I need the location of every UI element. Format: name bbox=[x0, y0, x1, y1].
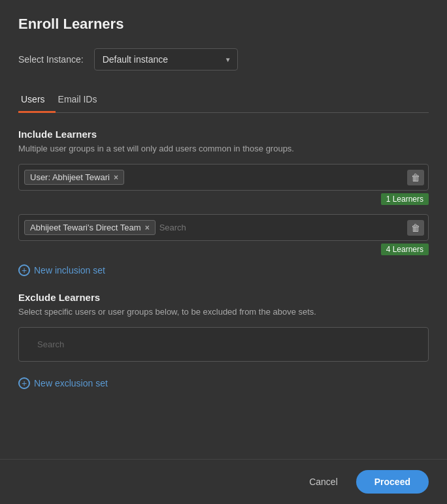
delete-set-1-button[interactable]: 🗑 bbox=[407, 170, 424, 185]
tag-user-abhijeet: User: Abhijeet Tewari × bbox=[24, 170, 124, 185]
tabs-bar: Users Email IDs bbox=[18, 89, 429, 113]
set-2-learners-count-row: 4 Learners bbox=[18, 244, 429, 255]
inclusion-set-2-search[interactable] bbox=[159, 223, 402, 232]
new-exclusion-set-link[interactable]: + New exclusion set bbox=[18, 377, 108, 389]
modal-title: Enroll Learners bbox=[18, 16, 429, 33]
tab-email-ids[interactable]: Email IDs bbox=[56, 89, 108, 113]
inclusion-set-2: Abhijeet Tewari's Direct Team × 🗑 bbox=[18, 214, 429, 241]
delete-set-2-button[interactable]: 🗑 bbox=[407, 220, 424, 236]
trash-icon: 🗑 bbox=[411, 172, 420, 183]
tag-label-2: Abhijeet Tewari's Direct Team bbox=[30, 223, 141, 232]
tag-direct-team: Abhijeet Tewari's Direct Team × bbox=[24, 220, 156, 235]
instance-row: Select Instance: Default instance bbox=[18, 48, 429, 71]
set-1-learners-count-row: 1 Learners bbox=[18, 193, 429, 205]
instance-label: Select Instance: bbox=[18, 54, 84, 65]
include-learners-title: Include Learners bbox=[18, 129, 429, 140]
plus-circle-icon: + bbox=[18, 264, 30, 276]
proceed-button[interactable]: Proceed bbox=[356, 470, 429, 494]
exclude-learners-section: Exclude Learners Select specific users o… bbox=[18, 292, 429, 362]
plus-circle-icon-2: + bbox=[18, 377, 30, 389]
trash-icon-2: 🗑 bbox=[411, 223, 420, 233]
exclude-learners-title: Exclude Learners bbox=[18, 292, 429, 303]
cancel-button[interactable]: Cancel bbox=[301, 471, 346, 492]
tab-users[interactable]: Users bbox=[18, 89, 56, 113]
set-1-learners-badge: 1 Learners bbox=[381, 193, 429, 205]
new-inclusion-set-label: New inclusion set bbox=[34, 265, 105, 276]
modal-footer: Cancel Proceed bbox=[0, 459, 447, 504]
new-exclusion-set-label: New exclusion set bbox=[34, 378, 108, 388]
new-inclusion-set-link[interactable]: + New inclusion set bbox=[18, 264, 105, 276]
tag-close-icon[interactable]: × bbox=[114, 173, 118, 182]
tag-close-icon-2[interactable]: × bbox=[145, 223, 150, 232]
enroll-learners-modal: Enroll Learners Select Instance: Default… bbox=[0, 0, 447, 504]
include-learners-desc: Multiple user groups in a set will only … bbox=[18, 144, 429, 153]
tag-label: User: Abhijeet Tewari bbox=[30, 172, 110, 182]
exclude-search-input[interactable] bbox=[28, 333, 419, 356]
exclude-learners-desc: Select specific users or user groups bel… bbox=[18, 307, 429, 317]
inclusion-set-1: User: Abhijeet Tewari × 🗑 bbox=[18, 164, 429, 191]
instance-select-wrapper[interactable]: Default instance bbox=[94, 48, 238, 71]
set-2-learners-badge: 4 Learners bbox=[381, 244, 429, 255]
instance-select[interactable]: Default instance bbox=[94, 48, 238, 71]
